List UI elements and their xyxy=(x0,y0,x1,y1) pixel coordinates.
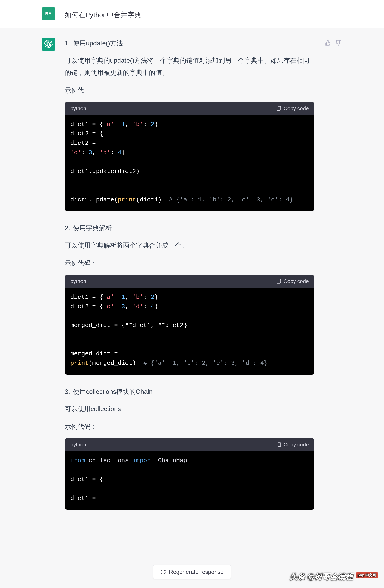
section-1-example-label: 示例代 xyxy=(65,84,314,96)
openai-logo-icon xyxy=(44,40,53,48)
section-1-title: 1. 使用update()方法 xyxy=(65,38,314,49)
clipboard-icon xyxy=(276,278,282,284)
code-block-1: python Copy code dict1 = {'a': 1, 'b': 2… xyxy=(65,102,314,211)
code-body-2[interactable]: dict1 = {'a': 1, 'b': 2} dict2 = {'c': 3… xyxy=(65,288,314,375)
assistant-message-row: 1. 使用update()方法 可以使用字典的update()方法将一个字典的键… xyxy=(0,28,384,549)
assistant-content: 1. 使用update()方法 可以使用字典的update()方法将一个字典的键… xyxy=(65,38,314,521)
code-block-2: python Copy code dict1 = {'a': 1, 'b': 2… xyxy=(65,275,314,375)
code-block-3: python Copy code from collections import… xyxy=(65,438,314,510)
thumbs-up-button[interactable] xyxy=(324,39,331,46)
feedback-buttons xyxy=(324,38,342,46)
thumbs-down-icon xyxy=(335,40,342,46)
copy-code-button[interactable]: Copy code xyxy=(276,441,309,448)
svg-rect-0 xyxy=(278,106,281,110)
section-3-title: 3. 使用collections模块的Chain xyxy=(65,386,314,397)
user-prompt: 如何在Python中合并字典 xyxy=(65,7,141,20)
section-2-title: 2. 使用字典解析 xyxy=(65,222,314,234)
thumbs-up-icon xyxy=(325,40,331,46)
code-header-2: python Copy code xyxy=(65,275,314,288)
code-lang-label: python xyxy=(70,278,86,284)
user-message-row: BA 如何在Python中合并字典 xyxy=(0,0,384,28)
svg-rect-2 xyxy=(278,442,281,446)
user-avatar-initials: BA xyxy=(45,11,52,17)
section-2-example-label: 示例代码： xyxy=(65,257,314,269)
copy-code-button[interactable]: Copy code xyxy=(276,105,309,112)
code-lang-label: python xyxy=(70,105,86,112)
code-body-1[interactable]: dict1 = {'a': 1, 'b': 2} dict2 = { dict2… xyxy=(65,115,314,211)
section-3-body: 可以使用collections xyxy=(65,403,314,415)
code-header-1: python Copy code xyxy=(65,102,314,115)
section-1-body: 可以使用字典的update()方法将一个字典的键值对添加到另一个字典中。如果存在… xyxy=(65,55,314,79)
section-3-example-label: 示例代码： xyxy=(65,420,314,433)
code-lang-label: python xyxy=(70,441,86,448)
clipboard-icon xyxy=(276,442,282,448)
code-body-3[interactable]: from collections import ChainMap dict1 =… xyxy=(65,451,314,510)
section-2-body: 可以使用字典解析将两个字典合并成一个。 xyxy=(65,239,314,252)
code-header-3: python Copy code xyxy=(65,438,314,451)
copy-code-button[interactable]: Copy code xyxy=(276,278,309,284)
user-avatar: BA xyxy=(42,7,55,20)
thumbs-down-button[interactable] xyxy=(335,39,342,46)
assistant-avatar xyxy=(42,38,55,50)
clipboard-icon xyxy=(276,105,282,111)
svg-rect-1 xyxy=(278,279,281,283)
